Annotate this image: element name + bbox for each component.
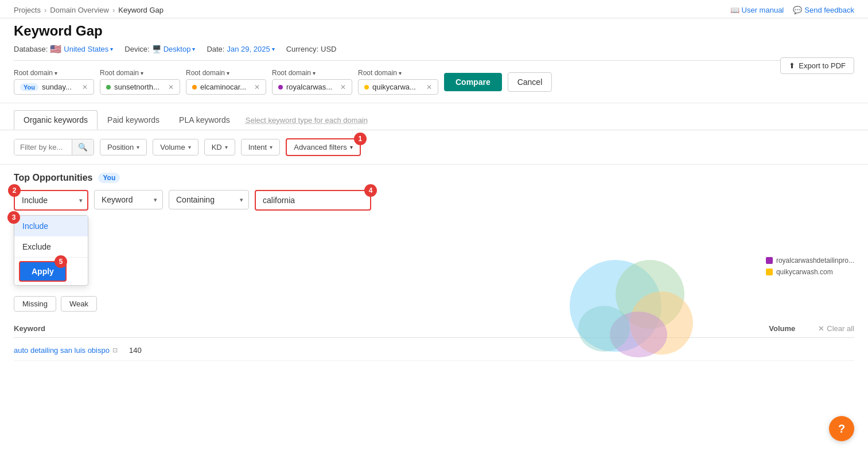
legend-dot-2	[766, 269, 773, 275]
advanced-filters-button[interactable]: Advanced filters ▾	[286, 138, 361, 156]
export-to-pdf-button[interactable]: ⬆ Export to PDF	[780, 57, 854, 74]
remove-domain-1-icon[interactable]: ✕	[82, 83, 88, 91]
remove-domain-4-icon[interactable]: ✕	[340, 83, 346, 91]
step-5-badge: 5	[55, 255, 67, 268]
feedback-icon: 💬	[793, 6, 802, 14]
export-label: Export to PDF	[799, 61, 846, 70]
domain-chip-5: quikycarwa... ✕	[358, 79, 438, 95]
user-manual-label: User manual	[742, 6, 784, 14]
search-button[interactable]: 🔍	[72, 139, 94, 155]
col-volume-header: Volume	[769, 324, 795, 333]
advanced-filters-panel: Include Exclude ▾ 2 Keyword URL Title ▾	[14, 190, 854, 290]
database-value-link[interactable]: United States ▾	[64, 45, 113, 53]
apply-section: Apply 5	[14, 257, 88, 285]
legend-item-2: quikycarwash.com	[766, 268, 854, 276]
send-feedback-link[interactable]: 💬 Send feedback	[793, 6, 854, 14]
kd-filter[interactable]: KD ▾	[204, 139, 235, 155]
dropdown-exclude-item[interactable]: Exclude	[14, 236, 88, 257]
remove-domain-2-icon[interactable]: ✕	[168, 83, 174, 91]
root-domain-label-5[interactable]: Root domain ▾	[358, 69, 438, 77]
table-icon: ⊡	[112, 347, 118, 354]
domain-chip-3: elcaminocar... ✕	[186, 79, 266, 95]
table-row: auto detailing san luis obispo ⊡ 140	[14, 340, 854, 361]
kd-chevron-icon: ▾	[225, 144, 228, 150]
book-icon: 📖	[730, 6, 739, 14]
filter-text-input[interactable]	[255, 190, 371, 211]
step-3-badge: 3	[7, 211, 20, 224]
weak-button[interactable]: Weak	[61, 296, 97, 312]
volume-label: Volume	[160, 143, 185, 151]
domain-value-3: elcaminocar...	[200, 83, 246, 91]
tab-organic-keywords[interactable]: Organic keywords	[14, 110, 98, 130]
keyword-tabs: Organic keywords Paid keywords PLA keywo…	[0, 103, 868, 130]
root-domain-label-3[interactable]: Root domain ▾	[186, 69, 266, 77]
compare-button[interactable]: Compare	[444, 73, 502, 91]
search-input[interactable]	[14, 139, 72, 155]
device-value-link[interactable]: Desktop ▾	[164, 45, 196, 53]
root-domain-chevron-3: ▾	[227, 70, 229, 76]
keyword-link-1[interactable]: auto detailing san luis obispo ⊡	[14, 346, 118, 355]
filter-condition-row: Include Exclude ▾ 2 Keyword URL Title ▾	[14, 190, 854, 211]
date-value: Jan 29, 2025	[227, 45, 270, 53]
table-right-header: Volume ✕ Clear all	[769, 324, 854, 333]
device-value: Desktop	[164, 45, 191, 53]
root-domain-label-1[interactable]: Root domain ▾	[14, 69, 94, 77]
currency-value: USD	[321, 45, 336, 53]
kd-label: KD	[212, 143, 222, 151]
tab-paid-keywords[interactable]: Paid keywords	[98, 110, 169, 130]
keyword-type-hint: Select keyword type for each domain	[246, 116, 368, 125]
database-chevron-icon: ▾	[110, 46, 113, 52]
top-bar: Projects › Domain Overview › Keyword Gap…	[0, 0, 868, 18]
database-label: Database:	[14, 45, 48, 53]
tab-pla-keywords[interactable]: PLA keywords	[169, 110, 240, 130]
position-label: Position	[107, 143, 134, 151]
remove-domain-5-icon[interactable]: ✕	[426, 83, 432, 91]
breadcrumb-current: Keyword Gap	[118, 6, 164, 14]
containing-select-wrapper: Containing Not containing Starts with En…	[169, 190, 249, 209]
include-select-wrapper: Include Exclude ▾ 2	[14, 190, 88, 211]
volume-chevron-icon: ▾	[188, 144, 191, 150]
clear-all-label: Clear all	[827, 324, 854, 333]
cancel-button[interactable]: Cancel	[508, 72, 552, 92]
include-dropdown-menu-container: Include 3 Exclude Apply 5	[14, 214, 88, 286]
us-flag-icon: 🇺🇸	[50, 44, 61, 55]
root-domain-group-3: Root domain ▾ elcaminocar... ✕	[186, 69, 266, 95]
domain-section: Root domain ▾ You sunday... ✕ Root domai…	[0, 61, 868, 103]
database-value: United States	[64, 45, 108, 53]
domain-dot-5	[364, 85, 369, 90]
volume-value-1: 140	[129, 346, 142, 355]
position-filter[interactable]: Position ▾	[100, 139, 147, 155]
domain-value-5: quikycarwa...	[372, 83, 416, 91]
breadcrumb-domain-overview[interactable]: Domain Overview	[50, 6, 109, 14]
date-value-link[interactable]: Jan 29, 2025 ▾	[227, 45, 274, 53]
position-chevron-icon: ▾	[137, 144, 139, 150]
send-feedback-label: Send feedback	[804, 6, 854, 14]
volume-filter[interactable]: Volume ▾	[153, 139, 198, 155]
root-domain-text-5: Root domain	[358, 69, 397, 77]
root-domain-label-4[interactable]: Root domain ▾	[272, 69, 352, 77]
top-bar-actions: 📖 User manual 💬 Send feedback	[730, 6, 854, 14]
legend-label-1: royalcarwashdetailinpro...	[776, 256, 854, 265]
intent-filter[interactable]: Intent ▾	[241, 139, 281, 155]
intent-label: Intent	[248, 143, 267, 151]
dropdown-include-item[interactable]: Include 3	[14, 216, 88, 236]
breadcrumb-projects[interactable]: Projects	[14, 6, 41, 14]
root-domain-label-2[interactable]: Root domain ▾	[100, 69, 180, 77]
root-domain-chevron-2: ▾	[141, 70, 143, 76]
domain-chip-1: You sunday... ✕	[14, 79, 94, 95]
remove-domain-3-icon[interactable]: ✕	[254, 83, 260, 91]
top-opportunities-title: Top Opportunities	[14, 173, 92, 183]
meta-date: Date: Jan 29, 2025 ▾	[207, 45, 274, 53]
clear-all-button[interactable]: ✕ Clear all	[818, 324, 854, 333]
keyword-select[interactable]: Keyword URL Title	[94, 190, 163, 209]
include-select[interactable]: Include Exclude	[14, 190, 88, 211]
containing-select[interactable]: Containing Not containing Starts with En…	[169, 190, 249, 209]
root-domain-group-1: Root domain ▾ You sunday... ✕	[14, 69, 94, 95]
user-manual-link[interactable]: 📖 User manual	[730, 6, 784, 14]
intent-chevron-icon: ▾	[270, 144, 273, 150]
missing-button[interactable]: Missing	[14, 296, 56, 312]
domain-dot-4	[278, 85, 283, 90]
top-opportunities-header: Top Opportunities You	[14, 173, 854, 183]
col-keyword-header: Keyword	[14, 324, 45, 333]
meta-device: Device: 🖥️ Desktop ▾	[124, 45, 195, 53]
